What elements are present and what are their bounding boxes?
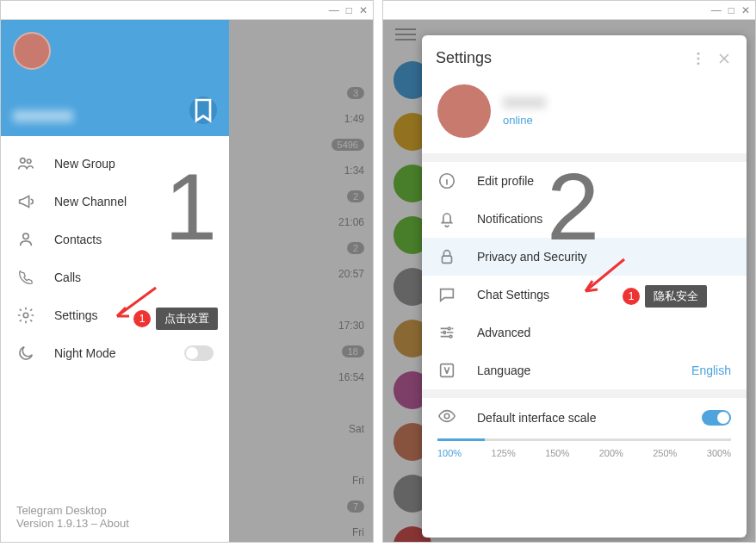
svg-rect-12 <box>441 364 454 377</box>
gear-icon <box>16 306 35 325</box>
settings-language[interactable]: Language English <box>422 351 747 389</box>
app-version[interactable]: Version 1.9.13 – About <box>16 517 214 530</box>
callout-label: 隐私安全 <box>645 285 707 308</box>
scale-tick[interactable]: 300% <box>707 448 731 458</box>
settings-privacy-security[interactable]: Privacy and Security <box>422 238 747 276</box>
menu-new-channel[interactable]: New Channel <box>1 183 229 221</box>
profile-section[interactable]: online <box>422 76 747 153</box>
scale-label: Default interface scale <box>477 411 597 425</box>
settings-advanced[interactable]: Advanced <box>422 314 747 351</box>
svg-point-9 <box>448 327 450 330</box>
item-label: Chat Settings <box>477 288 549 301</box>
scale-tick[interactable]: 150% <box>545 448 569 458</box>
group-icon <box>16 154 35 173</box>
drawer-header <box>1 20 229 136</box>
night-mode-toggle[interactable] <box>184 345 214 361</box>
menu-label: Contacts <box>54 233 102 246</box>
menu-night-mode[interactable]: Night Mode <box>1 334 229 372</box>
chat-icon <box>437 285 456 304</box>
callout-badge: 1 <box>623 288 640 305</box>
lock-icon <box>437 247 456 266</box>
svg-point-0 <box>21 159 25 164</box>
scale-toggle[interactable] <box>702 410 731 426</box>
divider <box>422 153 747 162</box>
avatar <box>437 84 491 138</box>
divider <box>422 389 747 398</box>
close-btn[interactable]: ✕ <box>741 4 750 16</box>
close-icon[interactable] <box>716 50 733 67</box>
callout-1: 1 点击设置 <box>133 308 218 330</box>
scale-tick[interactable]: 100% <box>437 448 462 458</box>
svg-point-13 <box>444 413 449 419</box>
phone-icon <box>16 268 35 287</box>
scale-section: Default interface scale 100%125%150%200%… <box>422 398 747 474</box>
scale-tick[interactable]: 125% <box>492 448 516 458</box>
minimize-btn[interactable]: — <box>711 4 722 16</box>
titlebar: — □ ✕ <box>1 1 373 20</box>
settings-list: Edit profile Notifications Privacy and S… <box>422 162 747 389</box>
close-btn[interactable]: ✕ <box>359 4 368 16</box>
scale-tick[interactable]: 250% <box>653 448 677 458</box>
language-value: English <box>691 364 731 377</box>
svg-point-2 <box>23 233 28 239</box>
menu-label: Night Mode <box>54 346 116 360</box>
maximize-btn[interactable]: □ <box>728 4 734 16</box>
right-window: — □ ✕ 31:4954961:34221:06220:5717:301816… <box>382 0 756 543</box>
bell-icon <box>437 209 456 228</box>
saved-messages-button[interactable] <box>189 96 217 124</box>
drawer-footer: Telegram Desktop Version 1.9.13 – About <box>1 492 229 542</box>
settings-title: Settings <box>436 49 681 67</box>
menu-label: New Channel <box>54 195 127 208</box>
svg-point-5 <box>697 57 700 59</box>
sliders-icon <box>437 323 456 342</box>
eye-icon <box>437 407 456 428</box>
svg-point-4 <box>697 52 700 54</box>
minimize-btn[interactable]: — <box>329 4 339 16</box>
avatar[interactable] <box>13 32 51 70</box>
titlebar: — □ ✕ <box>383 1 755 20</box>
scale-ticks: 100%125%150%200%250%300% <box>437 448 731 458</box>
svg-point-11 <box>449 335 452 338</box>
person-icon <box>16 230 35 249</box>
menu-label: Settings <box>54 308 98 322</box>
item-label: Language <box>477 364 530 377</box>
svg-point-1 <box>27 159 31 164</box>
settings-notifications[interactable]: Notifications <box>422 200 747 238</box>
more-icon[interactable] <box>690 50 707 67</box>
item-label: Advanced <box>477 326 530 339</box>
svg-point-3 <box>23 313 28 318</box>
menu-contacts[interactable]: Contacts <box>1 221 229 258</box>
user-status: online <box>503 114 546 127</box>
callout-label: 点击设置 <box>156 308 218 330</box>
item-label: Edit profile <box>477 174 534 188</box>
scale-tick[interactable]: 200% <box>599 448 623 458</box>
maximize-btn[interactable]: □ <box>346 4 352 16</box>
moon-icon <box>16 344 35 363</box>
language-icon <box>437 361 456 380</box>
item-label: Notifications <box>477 212 542 226</box>
megaphone-icon <box>16 192 35 211</box>
settings-header: Settings <box>422 35 747 76</box>
menu-new-group[interactable]: New Group <box>1 145 229 183</box>
callout-badge: 1 <box>133 310 151 327</box>
left-window: — □ ✕ code to anyone, eve...31:49ificaci… <box>0 0 374 543</box>
menu-label: Calls <box>54 270 81 284</box>
user-name <box>503 96 546 109</box>
callout-2: 1 隐私安全 <box>623 285 707 308</box>
item-label: Privacy and Security <box>477 250 587 264</box>
menu-label: New Group <box>54 157 115 171</box>
settings-edit-profile[interactable]: Edit profile <box>422 162 747 200</box>
user-name <box>13 110 73 122</box>
svg-point-6 <box>697 62 700 65</box>
svg-rect-8 <box>443 256 452 263</box>
app-name: Telegram Desktop <box>16 504 214 517</box>
svg-point-10 <box>443 332 446 334</box>
scale-slider[interactable] <box>437 438 731 441</box>
menu-calls[interactable]: Calls <box>1 258 229 296</box>
info-icon <box>437 171 456 190</box>
drawer: New Group New Channel Contacts Calls Set… <box>1 20 229 542</box>
